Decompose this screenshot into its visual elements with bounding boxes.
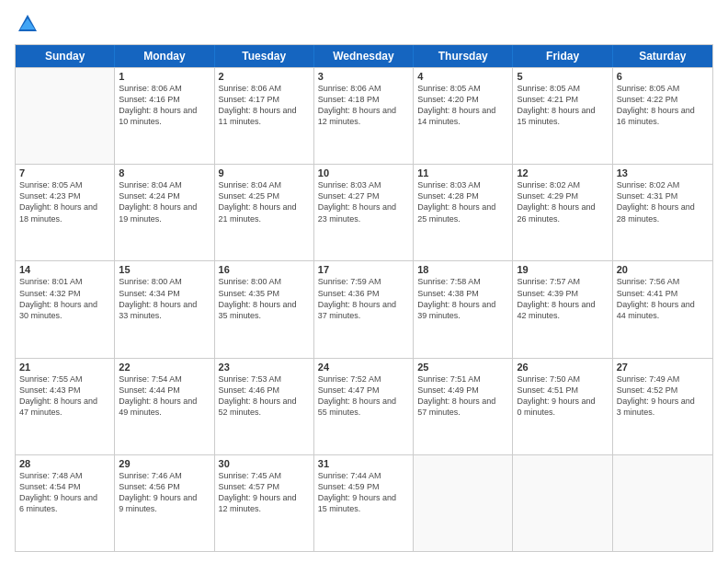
day-cell <box>16 68 115 164</box>
day-info: Sunrise: 8:05 AMSunset: 4:23 PMDaylight:… <box>19 179 110 224</box>
day-info: Sunrise: 8:00 AMSunset: 4:35 PMDaylight:… <box>219 276 310 321</box>
day-number: 10 <box>318 167 409 178</box>
day-number: 24 <box>318 362 409 373</box>
day-cell: 24Sunrise: 7:52 AMSunset: 4:47 PMDayligh… <box>314 359 414 454</box>
day-number: 8 <box>119 167 210 178</box>
day-number: 21 <box>19 362 110 373</box>
day-cell: 5Sunrise: 8:05 AMSunset: 4:21 PMDaylight… <box>513 68 612 164</box>
day-header-sunday: Sunday <box>16 45 115 67</box>
day-number: 26 <box>517 362 608 373</box>
day-cell: 12Sunrise: 8:02 AMSunset: 4:29 PMDayligh… <box>513 165 612 260</box>
day-info: Sunrise: 8:04 AMSunset: 4:24 PMDaylight:… <box>119 179 210 224</box>
day-cell: 9Sunrise: 8:04 AMSunset: 4:25 PMDaylight… <box>215 165 314 260</box>
day-number: 7 <box>19 167 110 178</box>
day-cell: 29Sunrise: 7:46 AMSunset: 4:56 PMDayligh… <box>115 455 214 551</box>
day-number: 17 <box>318 264 409 275</box>
day-info: Sunrise: 7:46 AMSunset: 4:56 PMDaylight:… <box>119 470 210 515</box>
day-info: Sunrise: 7:50 AMSunset: 4:51 PMDaylight:… <box>517 373 608 419</box>
day-number: 31 <box>318 458 409 469</box>
day-cell: 22Sunrise: 7:54 AMSunset: 4:44 PMDayligh… <box>115 359 214 454</box>
day-number: 20 <box>617 264 709 275</box>
day-number: 6 <box>617 71 709 82</box>
day-cell: 20Sunrise: 7:56 AMSunset: 4:41 PMDayligh… <box>613 261 712 357</box>
day-cell: 6Sunrise: 8:05 AMSunset: 4:22 PMDaylight… <box>613 68 712 164</box>
header <box>15 11 713 37</box>
calendar: SundayMondayTuesdayWednesdayThursdayFrid… <box>15 44 713 552</box>
day-number: 27 <box>617 362 709 373</box>
day-info: Sunrise: 8:06 AMSunset: 4:17 PMDaylight:… <box>219 83 310 128</box>
day-info: Sunrise: 7:59 AMSunset: 4:36 PMDaylight:… <box>318 276 409 321</box>
day-info: Sunrise: 8:05 AMSunset: 4:21 PMDaylight:… <box>517 83 608 128</box>
day-number: 9 <box>219 167 310 178</box>
day-info: Sunrise: 7:49 AMSunset: 4:52 PMDaylight:… <box>617 373 709 419</box>
day-info: Sunrise: 8:05 AMSunset: 4:20 PMDaylight:… <box>417 83 508 128</box>
day-number: 11 <box>417 167 508 178</box>
day-cell: 3Sunrise: 8:06 AMSunset: 4:18 PMDaylight… <box>314 68 414 164</box>
day-number: 14 <box>19 264 110 275</box>
week-row-3: 14Sunrise: 8:01 AMSunset: 4:32 PMDayligh… <box>16 260 712 357</box>
page: SundayMondayTuesdayWednesdayThursdayFrid… <box>0 0 728 563</box>
calendar-body: 1Sunrise: 8:06 AMSunset: 4:16 PMDaylight… <box>16 67 712 551</box>
week-row-2: 7Sunrise: 8:05 AMSunset: 4:23 PMDaylight… <box>16 164 712 260</box>
day-number: 2 <box>219 71 310 82</box>
day-header-thursday: Thursday <box>414 45 513 67</box>
day-info: Sunrise: 7:44 AMSunset: 4:59 PMDaylight:… <box>318 470 409 515</box>
day-header-monday: Monday <box>115 45 214 67</box>
day-cell: 4Sunrise: 8:05 AMSunset: 4:20 PMDaylight… <box>414 68 513 164</box>
day-info: Sunrise: 7:55 AMSunset: 4:43 PMDaylight:… <box>19 373 110 419</box>
day-cell: 11Sunrise: 8:03 AMSunset: 4:28 PMDayligh… <box>414 165 513 260</box>
day-number: 19 <box>517 264 608 275</box>
day-number: 3 <box>318 71 409 82</box>
day-info: Sunrise: 8:05 AMSunset: 4:22 PMDaylight:… <box>617 83 709 128</box>
day-number: 1 <box>119 71 210 82</box>
day-number: 30 <box>219 458 310 469</box>
day-info: Sunrise: 8:03 AMSunset: 4:28 PMDaylight:… <box>417 179 508 224</box>
day-info: Sunrise: 8:02 AMSunset: 4:31 PMDaylight:… <box>617 179 709 224</box>
day-number: 23 <box>219 362 310 373</box>
day-cell: 31Sunrise: 7:44 AMSunset: 4:59 PMDayligh… <box>314 455 414 551</box>
day-cell: 26Sunrise: 7:50 AMSunset: 4:51 PMDayligh… <box>513 359 612 454</box>
day-info: Sunrise: 7:57 AMSunset: 4:39 PMDaylight:… <box>517 276 608 321</box>
day-header-saturday: Saturday <box>613 45 712 67</box>
day-info: Sunrise: 8:06 AMSunset: 4:18 PMDaylight:… <box>318 83 409 128</box>
calendar-header-row: SundayMondayTuesdayWednesdayThursdayFrid… <box>16 45 712 67</box>
day-cell <box>613 455 712 551</box>
day-info: Sunrise: 8:00 AMSunset: 4:34 PMDaylight:… <box>119 276 210 321</box>
day-info: Sunrise: 8:03 AMSunset: 4:27 PMDaylight:… <box>318 179 409 224</box>
day-number: 12 <box>517 167 608 178</box>
day-info: Sunrise: 7:52 AMSunset: 4:47 PMDaylight:… <box>318 373 409 419</box>
day-cell <box>414 455 513 551</box>
day-cell: 18Sunrise: 7:58 AMSunset: 4:38 PMDayligh… <box>414 261 513 357</box>
day-info: Sunrise: 8:02 AMSunset: 4:29 PMDaylight:… <box>517 179 608 224</box>
day-cell: 17Sunrise: 7:59 AMSunset: 4:36 PMDayligh… <box>314 261 414 357</box>
day-cell: 1Sunrise: 8:06 AMSunset: 4:16 PMDaylight… <box>115 68 214 164</box>
day-info: Sunrise: 8:06 AMSunset: 4:16 PMDaylight:… <box>119 83 210 128</box>
day-cell: 19Sunrise: 7:57 AMSunset: 4:39 PMDayligh… <box>513 261 612 357</box>
day-number: 16 <box>219 264 310 275</box>
day-cell: 25Sunrise: 7:51 AMSunset: 4:49 PMDayligh… <box>414 359 513 454</box>
day-info: Sunrise: 7:58 AMSunset: 4:38 PMDaylight:… <box>417 276 508 321</box>
day-info: Sunrise: 8:01 AMSunset: 4:32 PMDaylight:… <box>19 276 110 321</box>
day-info: Sunrise: 7:53 AMSunset: 4:46 PMDaylight:… <box>219 373 310 419</box>
day-cell: 21Sunrise: 7:55 AMSunset: 4:43 PMDayligh… <box>16 359 115 454</box>
day-cell: 7Sunrise: 8:05 AMSunset: 4:23 PMDaylight… <box>16 165 115 260</box>
day-cell: 2Sunrise: 8:06 AMSunset: 4:17 PMDaylight… <box>215 68 314 164</box>
day-cell: 10Sunrise: 8:03 AMSunset: 4:27 PMDayligh… <box>314 165 414 260</box>
day-cell: 23Sunrise: 7:53 AMSunset: 4:46 PMDayligh… <box>215 359 314 454</box>
day-number: 5 <box>517 71 608 82</box>
week-row-5: 28Sunrise: 7:48 AMSunset: 4:54 PMDayligh… <box>16 454 712 551</box>
day-info: Sunrise: 7:54 AMSunset: 4:44 PMDaylight:… <box>119 373 210 419</box>
svg-marker-1 <box>20 18 35 29</box>
day-number: 29 <box>119 458 210 469</box>
day-header-tuesday: Tuesday <box>215 45 314 67</box>
logo-icon <box>15 11 40 37</box>
week-row-1: 1Sunrise: 8:06 AMSunset: 4:16 PMDaylight… <box>16 67 712 164</box>
day-cell: 28Sunrise: 7:48 AMSunset: 4:54 PMDayligh… <box>16 455 115 551</box>
day-info: Sunrise: 8:04 AMSunset: 4:25 PMDaylight:… <box>219 179 310 224</box>
day-cell: 13Sunrise: 8:02 AMSunset: 4:31 PMDayligh… <box>613 165 712 260</box>
day-cell: 14Sunrise: 8:01 AMSunset: 4:32 PMDayligh… <box>16 261 115 357</box>
day-number: 13 <box>617 167 709 178</box>
day-number: 25 <box>417 362 508 373</box>
day-info: Sunrise: 7:56 AMSunset: 4:41 PMDaylight:… <box>617 276 709 321</box>
day-cell: 15Sunrise: 8:00 AMSunset: 4:34 PMDayligh… <box>115 261 214 357</box>
